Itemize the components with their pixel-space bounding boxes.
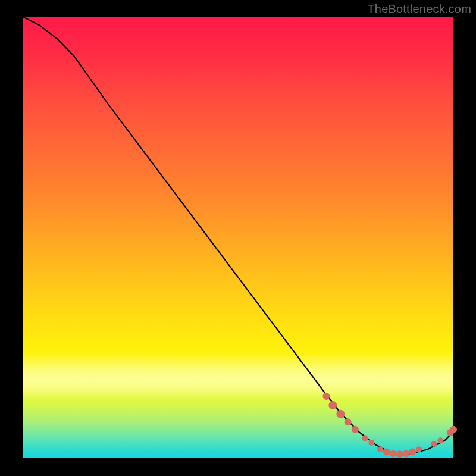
- marker-cluster-a: [322, 393, 330, 400]
- marker-cluster-b: [377, 446, 383, 452]
- marker-end: [450, 426, 457, 433]
- marker-group: [322, 393, 457, 458]
- marker-gap-1: [362, 436, 368, 441]
- marker-cluster-b: [402, 450, 409, 458]
- marker-cluster-a: [328, 401, 337, 409]
- marker-cluster-a: [352, 426, 359, 433]
- marker-tail: [437, 437, 443, 443]
- marker-cluster-b: [396, 450, 403, 458]
- marker-gap-1: [368, 440, 374, 446]
- attribution-label: TheBottleneck.com: [367, 2, 471, 16]
- marker-cluster-b: [409, 449, 416, 456]
- marker-tail: [431, 441, 437, 447]
- plot-area: [23, 17, 453, 458]
- chart-frame: TheBottleneck.com: [0, 0, 476, 476]
- marker-cluster-b: [390, 450, 397, 458]
- marker-cluster-a: [345, 418, 352, 425]
- marker-cluster-b: [383, 449, 390, 456]
- marker-cluster-a: [336, 410, 345, 418]
- bottleneck-curve: [23, 17, 453, 454]
- chart-svg: [23, 17, 453, 458]
- marker-cluster-b: [416, 446, 422, 452]
